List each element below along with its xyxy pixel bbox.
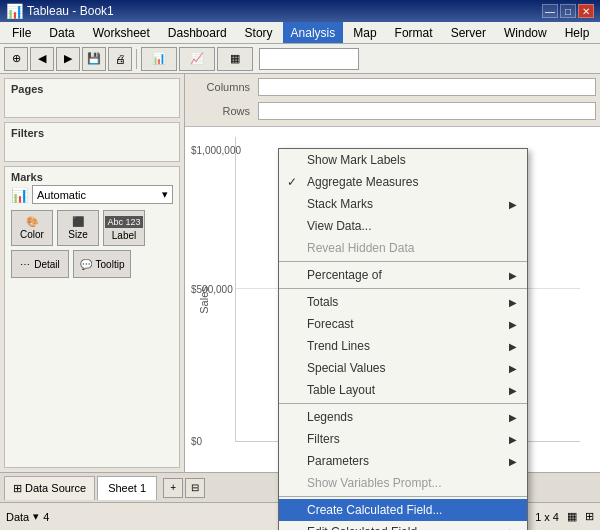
size-label: Size (68, 229, 87, 240)
menu-file[interactable]: File (4, 22, 39, 43)
menu-window[interactable]: Window (496, 22, 555, 43)
trend-lines-arrow-icon: ▶ (509, 341, 517, 352)
menu-edit-calc[interactable]: Edit Calculated Field ▶ (279, 521, 527, 530)
toolbar-new[interactable]: ⊕ (4, 47, 28, 71)
stack-marks-arrow-icon: ▶ (509, 199, 517, 210)
columns-drop-target[interactable] (258, 78, 596, 96)
menu-story[interactable]: Story (237, 22, 281, 43)
marks-type-row: 📊 Automatic ▾ (11, 185, 173, 204)
menu-stack-marks[interactable]: Stack Marks ▶ (279, 193, 527, 215)
menu-legends[interactable]: Legends ▶ (279, 406, 527, 428)
menu-server[interactable]: Server (443, 22, 494, 43)
minimize-button[interactable]: — (542, 4, 558, 18)
percentage-arrow-icon: ▶ (509, 270, 517, 281)
new-dashboard-btn[interactable]: ⊟ (185, 478, 205, 498)
toolbar-back[interactable]: ◀ (30, 47, 54, 71)
special-values-text: Special Values (307, 361, 386, 375)
totals-arrow-icon: ▶ (509, 297, 517, 308)
toolbar-print[interactable]: 🖨 (108, 47, 132, 71)
rows-shelf-row: Rows (189, 100, 596, 122)
edit-calc-text: Edit Calculated Field (307, 525, 417, 530)
datasource-tab[interactable]: ⊞ Data Source (4, 476, 95, 500)
analysis-dropdown-menu: Show Mark Labels ✓ Aggregate Measures St… (278, 148, 528, 530)
title-bar-left: 📊 Tableau - Book1 (6, 3, 114, 19)
menu-table-layout[interactable]: Table Layout ▶ (279, 379, 527, 401)
marks-type-icon: 📊 (11, 187, 28, 203)
search-box[interactable] (259, 48, 359, 70)
color-label: Color (20, 229, 44, 240)
check-icon: ✓ (287, 175, 297, 189)
pages-panel: Pages (4, 78, 180, 118)
marks-row2: ⋯ Detail 💬 Tooltip (11, 250, 173, 278)
menu-view-data[interactable]: View Data... (279, 215, 527, 237)
toolbar-chart3[interactable]: ▦ (217, 47, 253, 71)
menu-forecast[interactable]: Forecast ▶ (279, 313, 527, 335)
menu-special-values[interactable]: Special Values ▶ (279, 357, 527, 379)
datasource-icon: ⊞ (13, 482, 22, 495)
menu-analysis[interactable]: Analysis (283, 22, 344, 43)
toolbar-chart2[interactable]: 📈 (179, 47, 215, 71)
tooltip-mark-btn[interactable]: 💬 Tooltip (73, 250, 131, 278)
filters-arrow-icon: ▶ (509, 434, 517, 445)
marks-type-dropdown[interactable]: Automatic ▾ (32, 185, 173, 204)
color-icon: 🎨 (26, 216, 38, 227)
shelves-area: Columns Rows (185, 74, 600, 127)
dropdown-arrow-icon: ▾ (162, 188, 168, 201)
menu-format[interactable]: Format (387, 22, 441, 43)
pages-label: Pages (11, 83, 173, 95)
marks-panel: Marks 📊 Automatic ▾ 🎨 Color ⬛ Size A (4, 166, 180, 468)
percentage-of-text: Percentage of (307, 268, 382, 282)
menu-filters[interactable]: Filters ▶ (279, 428, 527, 450)
window-title: Tableau - Book1 (27, 4, 114, 18)
menu-percentage-of[interactable]: Percentage of ▶ (279, 264, 527, 286)
status-grid2-icon: ⊞ (585, 510, 594, 523)
status-dropdown-icon: ▾ (33, 510, 39, 523)
columns-shelf-row: Columns (189, 76, 596, 98)
menu-trend-lines[interactable]: Trend Lines ▶ (279, 335, 527, 357)
marks-type-value: Automatic (37, 189, 86, 201)
maximize-button[interactable]: □ (560, 4, 576, 18)
y-label-0: $0 (191, 436, 202, 447)
menu-dashboard[interactable]: Dashboard (160, 22, 235, 43)
detail-mark-btn[interactable]: ⋯ Detail (11, 250, 69, 278)
view-data-text: View Data... (307, 219, 371, 233)
menu-worksheet[interactable]: Worksheet (85, 22, 158, 43)
menu-parameters[interactable]: Parameters ▶ (279, 450, 527, 472)
menu-aggregate-measures[interactable]: ✓ Aggregate Measures (279, 171, 527, 193)
menu-create-calc[interactable]: Create Calculated Field... (279, 499, 527, 521)
menu-show-mark-labels[interactable]: Show Mark Labels (279, 149, 527, 171)
toolbar-chart1[interactable]: 📊 (141, 47, 177, 71)
status-right: 1 x 4 ▦ ⊞ (535, 510, 594, 523)
rows-drop-target[interactable] (258, 102, 596, 120)
filters-panel: Filters (4, 122, 180, 162)
parameters-arrow-icon: ▶ (509, 456, 517, 467)
status-pages: 4 (43, 511, 49, 523)
menu-data[interactable]: Data (41, 22, 82, 43)
marks-label: Marks (11, 171, 173, 183)
menu-help[interactable]: Help (557, 22, 598, 43)
menu-totals[interactable]: Totals ▶ (279, 291, 527, 313)
table-layout-arrow-icon: ▶ (509, 385, 517, 396)
tooltip-label: Tooltip (96, 259, 125, 270)
menu-map[interactable]: Map (345, 22, 384, 43)
label-mark-btn[interactable]: Abc 123 Label (103, 210, 145, 246)
close-button[interactable]: ✕ (578, 4, 594, 18)
toolbar-save[interactable]: 💾 (82, 47, 106, 71)
menu-bar: File Data Worksheet Dashboard Story Anal… (0, 22, 600, 44)
special-values-arrow-icon: ▶ (509, 363, 517, 374)
new-sheet-btn[interactable]: + (163, 478, 183, 498)
sep2 (279, 288, 527, 289)
color-mark-btn[interactable]: 🎨 Color (11, 210, 53, 246)
table-layout-text: Table Layout (307, 383, 375, 397)
edit-calc-arrow-icon: ▶ (509, 527, 517, 531)
menu-reveal-hidden: Reveal Hidden Data (279, 237, 527, 259)
toolbar-forward[interactable]: ▶ (56, 47, 80, 71)
y-label-1m: $1,000,000 (191, 145, 241, 156)
show-mark-labels-text: Show Mark Labels (307, 153, 406, 167)
main-area: Pages Filters Marks 📊 Automatic ▾ 🎨 Colo… (0, 74, 600, 472)
sheet1-tab[interactable]: Sheet 1 (97, 476, 157, 500)
stack-marks-text: Stack Marks (307, 197, 373, 211)
tab-icons: + ⊟ (163, 478, 205, 498)
legends-arrow-icon: ▶ (509, 412, 517, 423)
size-mark-btn[interactable]: ⬛ Size (57, 210, 99, 246)
